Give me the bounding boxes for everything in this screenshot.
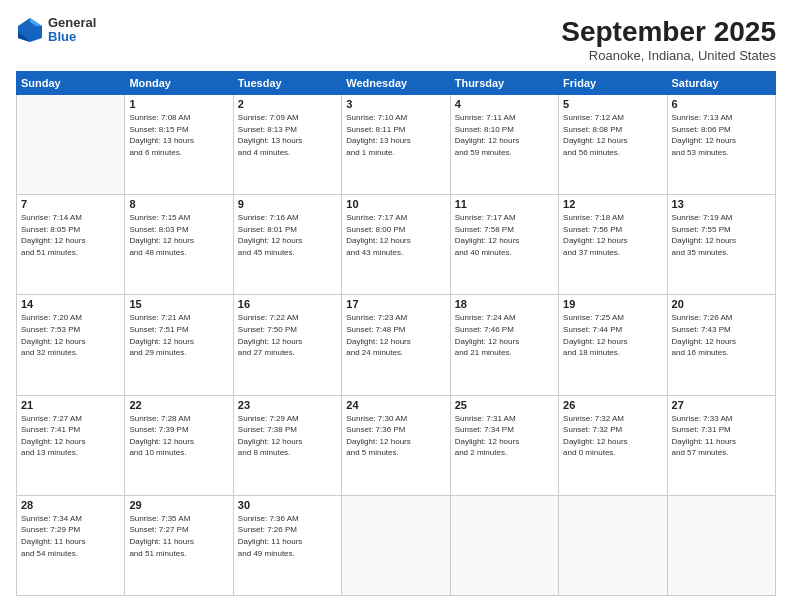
day-number: 30 — [238, 499, 337, 511]
day-info: Sunrise: 7:27 AM Sunset: 7:41 PM Dayligh… — [21, 413, 120, 459]
day-number: 17 — [346, 298, 445, 310]
day-info: Sunrise: 7:20 AM Sunset: 7:53 PM Dayligh… — [21, 312, 120, 358]
day-number: 26 — [563, 399, 662, 411]
day-number: 27 — [672, 399, 771, 411]
calendar-cell: 4Sunrise: 7:11 AM Sunset: 8:10 PM Daylig… — [450, 95, 558, 195]
day-number: 21 — [21, 399, 120, 411]
day-info: Sunrise: 7:31 AM Sunset: 7:34 PM Dayligh… — [455, 413, 554, 459]
calendar-cell: 17Sunrise: 7:23 AM Sunset: 7:48 PM Dayli… — [342, 295, 450, 395]
day-number: 24 — [346, 399, 445, 411]
calendar-cell: 28Sunrise: 7:34 AM Sunset: 7:29 PM Dayli… — [17, 495, 125, 595]
day-number: 23 — [238, 399, 337, 411]
calendar-cell: 24Sunrise: 7:30 AM Sunset: 7:36 PM Dayli… — [342, 395, 450, 495]
calendar-cell: 16Sunrise: 7:22 AM Sunset: 7:50 PM Dayli… — [233, 295, 341, 395]
calendar-cell: 7Sunrise: 7:14 AM Sunset: 8:05 PM Daylig… — [17, 195, 125, 295]
col-sunday: Sunday — [17, 72, 125, 95]
col-saturday: Saturday — [667, 72, 775, 95]
day-info: Sunrise: 7:30 AM Sunset: 7:36 PM Dayligh… — [346, 413, 445, 459]
day-number: 16 — [238, 298, 337, 310]
calendar-header-row: Sunday Monday Tuesday Wednesday Thursday… — [17, 72, 776, 95]
logo-blue: Blue — [48, 30, 96, 44]
day-number: 29 — [129, 499, 228, 511]
day-info: Sunrise: 7:11 AM Sunset: 8:10 PM Dayligh… — [455, 112, 554, 158]
calendar-cell — [450, 495, 558, 595]
calendar-cell: 2Sunrise: 7:09 AM Sunset: 8:13 PM Daylig… — [233, 95, 341, 195]
day-number: 3 — [346, 98, 445, 110]
day-number: 1 — [129, 98, 228, 110]
day-number: 28 — [21, 499, 120, 511]
col-thursday: Thursday — [450, 72, 558, 95]
calendar-cell: 30Sunrise: 7:36 AM Sunset: 7:26 PM Dayli… — [233, 495, 341, 595]
day-info: Sunrise: 7:32 AM Sunset: 7:32 PM Dayligh… — [563, 413, 662, 459]
title-block: September 2025 Roanoke, Indiana, United … — [561, 16, 776, 63]
day-info: Sunrise: 7:10 AM Sunset: 8:11 PM Dayligh… — [346, 112, 445, 158]
day-info: Sunrise: 7:13 AM Sunset: 8:06 PM Dayligh… — [672, 112, 771, 158]
calendar-cell: 6Sunrise: 7:13 AM Sunset: 8:06 PM Daylig… — [667, 95, 775, 195]
day-info: Sunrise: 7:19 AM Sunset: 7:55 PM Dayligh… — [672, 212, 771, 258]
calendar-cell: 29Sunrise: 7:35 AM Sunset: 7:27 PM Dayli… — [125, 495, 233, 595]
calendar-week-4: 28Sunrise: 7:34 AM Sunset: 7:29 PM Dayli… — [17, 495, 776, 595]
header: General Blue September 2025 Roanoke, Ind… — [16, 16, 776, 63]
logo-text: General Blue — [48, 16, 96, 45]
day-number: 9 — [238, 198, 337, 210]
calendar-cell: 20Sunrise: 7:26 AM Sunset: 7:43 PM Dayli… — [667, 295, 775, 395]
calendar-cell — [342, 495, 450, 595]
day-number: 15 — [129, 298, 228, 310]
month-title: September 2025 — [561, 16, 776, 48]
calendar-cell: 11Sunrise: 7:17 AM Sunset: 7:58 PM Dayli… — [450, 195, 558, 295]
calendar-cell — [559, 495, 667, 595]
logo-general: General — [48, 16, 96, 30]
col-tuesday: Tuesday — [233, 72, 341, 95]
page: General Blue September 2025 Roanoke, Ind… — [0, 0, 792, 612]
day-number: 13 — [672, 198, 771, 210]
day-info: Sunrise: 7:33 AM Sunset: 7:31 PM Dayligh… — [672, 413, 771, 459]
day-number: 12 — [563, 198, 662, 210]
day-number: 4 — [455, 98, 554, 110]
day-info: Sunrise: 7:16 AM Sunset: 8:01 PM Dayligh… — [238, 212, 337, 258]
day-number: 8 — [129, 198, 228, 210]
day-number: 6 — [672, 98, 771, 110]
calendar-cell: 10Sunrise: 7:17 AM Sunset: 8:00 PM Dayli… — [342, 195, 450, 295]
day-info: Sunrise: 7:36 AM Sunset: 7:26 PM Dayligh… — [238, 513, 337, 559]
calendar-cell: 12Sunrise: 7:18 AM Sunset: 7:56 PM Dayli… — [559, 195, 667, 295]
day-number: 22 — [129, 399, 228, 411]
day-info: Sunrise: 7:17 AM Sunset: 7:58 PM Dayligh… — [455, 212, 554, 258]
location: Roanoke, Indiana, United States — [561, 48, 776, 63]
calendar-cell — [17, 95, 125, 195]
day-info: Sunrise: 7:26 AM Sunset: 7:43 PM Dayligh… — [672, 312, 771, 358]
day-info: Sunrise: 7:34 AM Sunset: 7:29 PM Dayligh… — [21, 513, 120, 559]
calendar-cell — [667, 495, 775, 595]
day-info: Sunrise: 7:21 AM Sunset: 7:51 PM Dayligh… — [129, 312, 228, 358]
calendar-cell: 18Sunrise: 7:24 AM Sunset: 7:46 PM Dayli… — [450, 295, 558, 395]
day-number: 10 — [346, 198, 445, 210]
day-info: Sunrise: 7:09 AM Sunset: 8:13 PM Dayligh… — [238, 112, 337, 158]
day-info: Sunrise: 7:24 AM Sunset: 7:46 PM Dayligh… — [455, 312, 554, 358]
calendar-cell: 15Sunrise: 7:21 AM Sunset: 7:51 PM Dayli… — [125, 295, 233, 395]
calendar-cell: 23Sunrise: 7:29 AM Sunset: 7:38 PM Dayli… — [233, 395, 341, 495]
col-wednesday: Wednesday — [342, 72, 450, 95]
day-info: Sunrise: 7:12 AM Sunset: 8:08 PM Dayligh… — [563, 112, 662, 158]
day-number: 5 — [563, 98, 662, 110]
day-info: Sunrise: 7:14 AM Sunset: 8:05 PM Dayligh… — [21, 212, 120, 258]
calendar-cell: 19Sunrise: 7:25 AM Sunset: 7:44 PM Dayli… — [559, 295, 667, 395]
day-info: Sunrise: 7:25 AM Sunset: 7:44 PM Dayligh… — [563, 312, 662, 358]
day-info: Sunrise: 7:28 AM Sunset: 7:39 PM Dayligh… — [129, 413, 228, 459]
calendar-cell: 13Sunrise: 7:19 AM Sunset: 7:55 PM Dayli… — [667, 195, 775, 295]
day-info: Sunrise: 7:35 AM Sunset: 7:27 PM Dayligh… — [129, 513, 228, 559]
col-friday: Friday — [559, 72, 667, 95]
calendar-cell: 14Sunrise: 7:20 AM Sunset: 7:53 PM Dayli… — [17, 295, 125, 395]
day-info: Sunrise: 7:15 AM Sunset: 8:03 PM Dayligh… — [129, 212, 228, 258]
logo-icon — [16, 16, 44, 44]
calendar-week-0: 1Sunrise: 7:08 AM Sunset: 8:15 PM Daylig… — [17, 95, 776, 195]
day-number: 11 — [455, 198, 554, 210]
calendar-cell: 26Sunrise: 7:32 AM Sunset: 7:32 PM Dayli… — [559, 395, 667, 495]
calendar-cell: 1Sunrise: 7:08 AM Sunset: 8:15 PM Daylig… — [125, 95, 233, 195]
calendar-cell: 5Sunrise: 7:12 AM Sunset: 8:08 PM Daylig… — [559, 95, 667, 195]
calendar-cell: 25Sunrise: 7:31 AM Sunset: 7:34 PM Dayli… — [450, 395, 558, 495]
day-number: 7 — [21, 198, 120, 210]
calendar: Sunday Monday Tuesday Wednesday Thursday… — [16, 71, 776, 596]
day-info: Sunrise: 7:08 AM Sunset: 8:15 PM Dayligh… — [129, 112, 228, 158]
calendar-cell: 8Sunrise: 7:15 AM Sunset: 8:03 PM Daylig… — [125, 195, 233, 295]
calendar-cell: 3Sunrise: 7:10 AM Sunset: 8:11 PM Daylig… — [342, 95, 450, 195]
day-info: Sunrise: 7:29 AM Sunset: 7:38 PM Dayligh… — [238, 413, 337, 459]
